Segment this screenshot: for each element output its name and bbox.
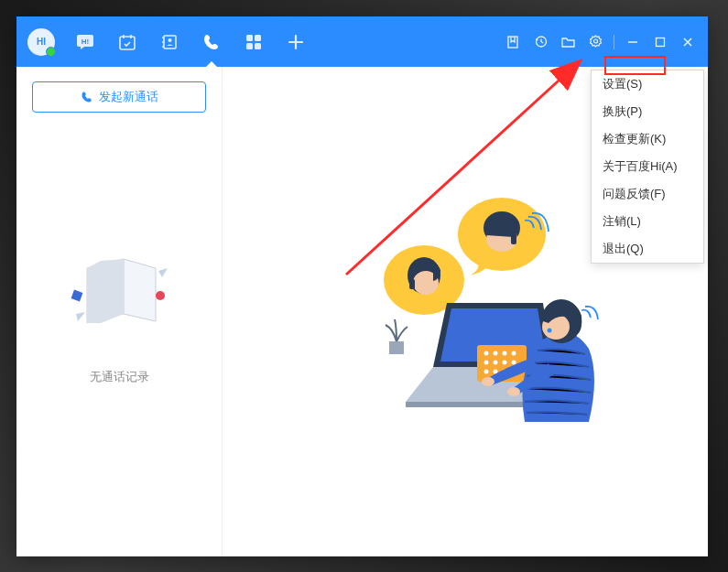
svg-marker-19 xyxy=(158,268,168,277)
bookmark-icon[interactable] xyxy=(500,27,526,57)
menu-feedback[interactable]: 问题反馈(F) xyxy=(592,180,703,208)
svg-point-45 xyxy=(482,377,494,386)
svg-rect-5 xyxy=(246,35,253,41)
history-icon[interactable] xyxy=(527,27,553,57)
svg-marker-18 xyxy=(76,312,85,321)
svg-text:H!: H! xyxy=(81,38,89,46)
phone-icon xyxy=(81,91,93,103)
svg-point-11 xyxy=(593,39,597,43)
svg-marker-15 xyxy=(87,259,124,323)
titlebar: HI H! xyxy=(16,16,708,67)
folder-icon[interactable] xyxy=(555,27,581,57)
settings-dropdown: 设置(S) 换肤(P) 检查更新(K) 关于百度Hi(A) 问题反馈(F) 注销… xyxy=(591,70,704,264)
svg-rect-27 xyxy=(409,279,415,289)
svg-point-30 xyxy=(484,351,489,355)
svg-point-44 xyxy=(548,328,552,332)
new-call-button[interactable]: 发起新通话 xyxy=(32,81,206,113)
svg-point-17 xyxy=(156,291,165,300)
svg-point-36 xyxy=(503,360,507,364)
svg-rect-6 xyxy=(255,35,261,41)
svg-rect-28 xyxy=(389,341,404,354)
svg-rect-7 xyxy=(246,43,253,49)
svg-point-38 xyxy=(484,369,489,373)
empty-state: 无通话记录 xyxy=(60,241,179,385)
menu-update[interactable]: 检查更新(K) xyxy=(592,125,703,153)
svg-point-4 xyxy=(168,38,172,42)
nav-apps-icon[interactable] xyxy=(233,16,275,67)
menu-skin[interactable]: 换肤(P) xyxy=(592,98,703,125)
app-window: HI H! xyxy=(16,16,708,556)
nav-call-icon[interactable] xyxy=(190,16,233,67)
menu-exit[interactable]: 退出(Q) xyxy=(592,235,703,263)
svg-point-32 xyxy=(503,351,507,355)
svg-point-31 xyxy=(494,351,498,355)
menu-logout[interactable]: 注销(L) xyxy=(592,208,703,235)
svg-point-34 xyxy=(484,360,489,364)
nav-icons: H! xyxy=(64,16,317,67)
svg-point-46 xyxy=(507,387,520,396)
nav-calendar-icon[interactable] xyxy=(106,16,148,67)
svg-point-35 xyxy=(494,360,498,364)
new-call-label: 发起新通话 xyxy=(99,89,158,105)
nav-chat-icon[interactable]: H! xyxy=(64,16,106,67)
user-avatar[interactable]: HI xyxy=(27,28,55,56)
avatar-label: HI xyxy=(37,37,46,47)
menu-settings[interactable]: 设置(S) xyxy=(592,70,703,98)
svg-rect-23 xyxy=(511,233,516,244)
call-illustration xyxy=(314,184,616,440)
svg-marker-14 xyxy=(124,259,156,321)
nav-contacts-icon[interactable] xyxy=(148,16,190,67)
svg-rect-9 xyxy=(508,37,517,48)
svg-rect-8 xyxy=(255,43,261,49)
maximize-button[interactable] xyxy=(647,27,673,57)
close-button[interactable] xyxy=(675,27,701,57)
divider xyxy=(614,35,614,49)
sidebar: 发起新通话 无通话记录 xyxy=(16,67,223,556)
svg-rect-16 xyxy=(71,290,83,302)
settings-icon[interactable] xyxy=(582,27,608,57)
svg-point-37 xyxy=(512,360,516,364)
svg-point-33 xyxy=(512,351,516,355)
svg-rect-2 xyxy=(120,37,135,49)
empty-box-illustration xyxy=(60,241,179,341)
menu-about[interactable]: 关于百度Hi(A) xyxy=(592,153,703,180)
empty-text: 无通话记录 xyxy=(90,369,149,385)
window-controls xyxy=(500,27,701,57)
nav-add-icon[interactable] xyxy=(275,16,317,67)
svg-rect-12 xyxy=(657,38,665,46)
minimize-button[interactable] xyxy=(620,27,646,57)
